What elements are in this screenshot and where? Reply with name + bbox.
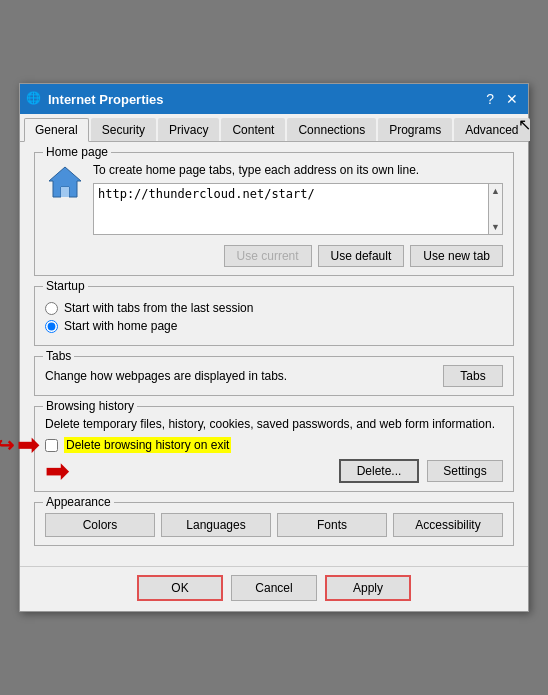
tab-connections[interactable]: Connections (287, 118, 376, 141)
startup-label: Startup (43, 279, 88, 293)
delete-browsing-history-checkbox[interactable] (45, 439, 58, 452)
main-content: Home page To create home page tabs, type… (20, 142, 528, 566)
startup-option-1-label: Start with tabs from the last session (64, 301, 253, 315)
delete-on-exit-row: ➡ ↩ Delete browsing history on exit (45, 437, 503, 453)
scroll-up-arrow[interactable]: ▲ (489, 184, 502, 198)
languages-button[interactable]: Languages (161, 513, 271, 537)
tabs-bar: General Security Privacy Content Connect… (20, 114, 528, 142)
home-page-buttons: Use current Use default Use new tab (45, 245, 503, 267)
fonts-button[interactable]: Fonts (277, 513, 387, 537)
use-new-tab-button[interactable]: Use new tab (410, 245, 503, 267)
delete-browsing-history-label: Delete browsing history on exit (64, 437, 231, 453)
window-title: Internet Properties (48, 92, 476, 107)
svg-rect-1 (61, 187, 69, 197)
settings-button[interactable]: Settings (427, 460, 503, 482)
tab-general[interactable]: General (24, 118, 89, 142)
tabs-button[interactable]: Tabs (443, 365, 503, 387)
startup-option-2-label: Start with home page (64, 319, 177, 333)
appearance-section: Appearance Colors Languages Fonts Access… (34, 502, 514, 546)
browsing-history-description: Delete temporary files, history, cookies… (45, 417, 503, 431)
browsing-history-section: Browsing history Delete temporary files,… (34, 406, 514, 492)
tabs-section-label: Tabs (43, 349, 74, 363)
close-button[interactable]: ✕ (502, 92, 522, 106)
url-scrollbar[interactable]: ▲ ▼ (488, 184, 502, 234)
window-icon: 🌐 (26, 91, 42, 107)
tab-privacy[interactable]: Privacy (158, 118, 219, 141)
use-current-button[interactable]: Use current (224, 245, 312, 267)
browsing-history-label: Browsing history (43, 399, 137, 413)
use-default-button[interactable]: Use default (318, 245, 405, 267)
delete-settings-row: ➡ Delete... Settings (45, 459, 503, 483)
tab-content[interactable]: Content (221, 118, 285, 141)
help-button[interactable]: ? (482, 92, 498, 106)
appearance-label: Appearance (43, 495, 114, 509)
colors-button[interactable]: Colors (45, 513, 155, 537)
apply-button[interactable]: Apply (325, 575, 411, 601)
delete-button[interactable]: Delete... (339, 459, 419, 483)
title-bar: 🌐 Internet Properties ? ✕ (20, 84, 528, 114)
tab-programs[interactable]: Programs (378, 118, 452, 141)
left-arrow-icon: ➡ (17, 430, 39, 460)
startup-radio-1[interactable] (45, 302, 58, 315)
home-icon (45, 163, 85, 201)
home-page-label: Home page (43, 145, 111, 159)
startup-option-1: Start with tabs from the last session (45, 301, 503, 315)
url-input[interactable]: http://thundercloud.net/start/ (94, 184, 488, 234)
tab-advanced[interactable]: Advanced ↖ (454, 118, 529, 141)
scroll-down-arrow[interactable]: ▼ (489, 220, 502, 234)
back-arrow-icon: ↩ (0, 433, 14, 457)
tabs-section-description: Change how webpages are displayed in tab… (45, 369, 443, 383)
home-page-section: Home page To create home page tabs, type… (34, 152, 514, 276)
accessibility-button[interactable]: Accessibility (393, 513, 503, 537)
tab-security[interactable]: Security (91, 118, 156, 141)
startup-option-2: Start with home page (45, 319, 503, 333)
cancel-button[interactable]: Cancel (231, 575, 317, 601)
startup-radio-2[interactable] (45, 320, 58, 333)
internet-properties-window: 🌐 Internet Properties ? ✕ General Securi… (19, 83, 529, 612)
tabs-section: Tabs Change how webpages are displayed i… (34, 356, 514, 396)
url-box: http://thundercloud.net/start/ ▲ ▼ (93, 183, 503, 235)
bottom-bar: OK Cancel Apply (20, 566, 528, 611)
right-arrow-icon: ➡ (45, 456, 68, 487)
startup-section: Startup Start with tabs from the last se… (34, 286, 514, 346)
home-page-description: To create home page tabs, type each addr… (93, 163, 503, 177)
ok-button[interactable]: OK (137, 575, 223, 601)
title-bar-controls: ? ✕ (482, 92, 522, 106)
